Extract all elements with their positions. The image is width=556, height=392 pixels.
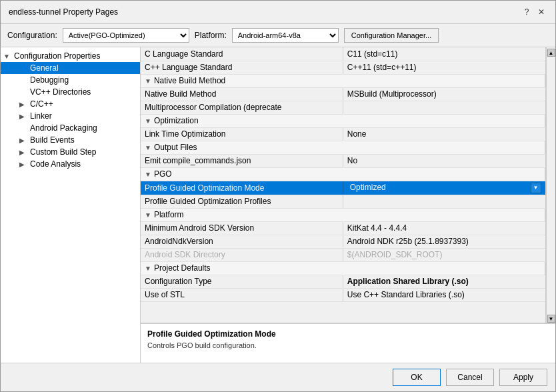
prop-name: Native Build Method <box>141 87 343 101</box>
properties-panel: C Language Standard C11 (std=c11) C++ La… <box>141 47 555 363</box>
table-row: Link Time Optimization None <box>141 127 545 141</box>
tree-panel: ▼ Configuration Properties General Debug… <box>1 47 141 363</box>
table-row: Profile Guided Optimization Profiles <box>141 195 545 208</box>
scroll-up-button[interactable]: ▲ <box>547 49 555 57</box>
collapse-icon: ▼ <box>3 53 13 60</box>
prop-value: C11 (std=c11) <box>343 47 545 61</box>
prop-value-selected: Optimized ▼ <box>343 181 545 195</box>
tree-item-label: C/C++ <box>30 99 53 109</box>
prop-name: Link Time Optimization <box>141 127 343 141</box>
collapse-icon: ▼ <box>145 117 151 125</box>
title-bar-buttons: ? ✕ <box>521 6 547 18</box>
title-bar: endless-tunnel Property Pages ? ✕ <box>1 1 555 24</box>
section-header-output-files: ▼ Output Files <box>141 141 545 154</box>
help-button[interactable]: ? <box>521 6 533 18</box>
prop-name: C++ Language Standard <box>141 61 343 74</box>
tree-item-label: Android Packaging <box>30 123 97 133</box>
collapse-icon: ▼ <box>145 171 151 178</box>
table-row: Use of STL Use C++ Standard Libraries (.… <box>141 288 545 301</box>
property-pages-dialog: endless-tunnel Property Pages ? ✕ Config… <box>0 0 556 392</box>
table-row: C Language Standard C11 (std=c11) <box>141 47 545 61</box>
sidebar-item-build-events[interactable]: ▶ Build Events <box>1 134 140 146</box>
dialog-title: endless-tunnel Property Pages <box>9 7 118 17</box>
expand-icon: ▶ <box>19 149 29 156</box>
tree-item-label: VC++ Directories <box>30 87 91 97</box>
expand-icon: ▶ <box>19 101 29 108</box>
table-row: Emit compile_commands.json No <box>141 154 545 167</box>
props-with-scroll: C Language Standard C11 (std=c11) C++ La… <box>141 47 555 323</box>
config-bar: Configuration: Active(PGO-Optimized) Pla… <box>1 24 555 47</box>
prop-value: C++11 (std=c++11) <box>343 61 545 74</box>
tree-item-label: Debugging <box>30 75 69 85</box>
table-row: Minimum Android SDK Version KitKat 4.4 -… <box>141 221 545 235</box>
prop-value: Use C++ Standard Libraries (.so) <box>343 288 545 301</box>
expand-icon: ▶ <box>19 161 29 168</box>
tree-root-item[interactable]: ▼ Configuration Properties <box>1 50 140 62</box>
sidebar-item-general[interactable]: General <box>1 62 140 74</box>
section-header-native-build: ▼ Native Build Method <box>141 74 545 87</box>
tree-item-label: Linker <box>30 111 52 121</box>
prop-value: None <box>343 127 545 141</box>
prop-value: Android NDK r25b (25.1.8937393) <box>343 235 545 248</box>
expand-icon: ▶ <box>19 113 29 120</box>
ok-button[interactable]: OK <box>393 369 441 386</box>
tree-item-label: General <box>30 63 59 73</box>
prop-name: Minimum Android SDK Version <box>141 221 343 235</box>
scrollbar[interactable]: ▲ ▼ <box>546 47 555 323</box>
collapse-icon: ▼ <box>145 77 151 85</box>
prop-name: Use of STL <box>141 288 343 301</box>
description-text: Controls PGO build configuration. <box>147 341 549 349</box>
scroll-down-button[interactable]: ▼ <box>547 315 555 323</box>
sidebar-item-custom-build-step[interactable]: ▶ Custom Build Step <box>1 146 140 158</box>
platform-select[interactable]: Android-arm64-v8a <box>232 28 339 43</box>
section-header-pgo: ▼ PGO <box>141 167 545 181</box>
section-title: ▼ Optimization <box>141 114 545 127</box>
apply-button[interactable]: Apply <box>499 369 547 386</box>
section-title: ▼ Platform <box>141 208 545 221</box>
sidebar-item-code-analysis[interactable]: ▶ Code Analysis <box>1 158 140 170</box>
table-row: Multiprocessor Compilation (deprecate <box>141 101 545 114</box>
section-title: ▼ PGO <box>141 167 545 181</box>
expand-icon: ▶ <box>19 137 29 144</box>
collapse-icon: ▼ <box>145 211 151 219</box>
prop-name: Multiprocessor Compilation (deprecate <box>141 101 343 114</box>
props-table: C Language Standard C11 (std=c11) C++ La… <box>141 47 546 323</box>
section-title: ▼ Project Defaults <box>141 261 545 275</box>
prop-name-selected: Profile Guided Optimization Mode <box>141 181 343 195</box>
collapse-icon: ▼ <box>145 265 151 272</box>
sidebar-item-vc-directories[interactable]: VC++ Directories <box>1 86 140 98</box>
configuration-select[interactable]: Active(PGO-Optimized) <box>63 28 189 43</box>
tree-item-label: Build Events <box>30 135 75 145</box>
cancel-button[interactable]: Cancel <box>446 369 494 386</box>
main-content: ▼ Configuration Properties General Debug… <box>1 47 555 363</box>
bottom-bar: OK Cancel Apply <box>1 363 555 391</box>
prop-value <box>343 195 545 208</box>
prop-name: Emit compile_commands.json <box>141 154 343 167</box>
collapse-icon: ▼ <box>145 144 151 151</box>
section-header-platform: ▼ Platform <box>141 208 545 221</box>
sidebar-item-android-packaging[interactable]: Android Packaging <box>1 122 140 134</box>
prop-value: MSBuild (Multiprocessor) <box>343 87 545 101</box>
prop-value-bold: Application Shared Library (.so) <box>343 275 545 288</box>
optimized-badge: Optimized <box>347 183 389 192</box>
section-title: ▼ Native Build Method <box>141 74 545 87</box>
properties-table: C Language Standard C11 (std=c11) C++ La… <box>141 47 545 302</box>
prop-name: Profile Guided Optimization Profiles <box>141 195 343 208</box>
prop-name: AndroidNdkVersion <box>141 235 343 248</box>
sidebar-item-linker[interactable]: ▶ Linker <box>1 110 140 122</box>
config-manager-button[interactable]: Configuration Manager... <box>344 28 439 43</box>
table-row-selected[interactable]: Profile Guided Optimization Mode Optimiz… <box>141 181 545 195</box>
section-header-project-defaults: ▼ Project Defaults <box>141 261 545 275</box>
section-header-optimization: ▼ Optimization <box>141 114 545 127</box>
table-row: Android SDK Directory $(ANDROID_SDK_ROOT… <box>141 248 545 261</box>
config-label: Configuration: <box>7 31 57 40</box>
table-row: Native Build Method MSBuild (Multiproces… <box>141 87 545 101</box>
prop-value-grayed: $(ANDROID_SDK_ROOT) <box>343 248 545 261</box>
tree-root-label: Configuration Properties <box>14 51 100 61</box>
prop-name: C Language Standard <box>141 47 343 61</box>
table-row: AndroidNdkVersion Android NDK r25b (25.1… <box>141 235 545 248</box>
dropdown-arrow-icon[interactable]: ▼ <box>531 183 541 193</box>
sidebar-item-debugging[interactable]: Debugging <box>1 74 140 86</box>
close-button[interactable]: ✕ <box>535 6 547 18</box>
sidebar-item-cpp[interactable]: ▶ C/C++ <box>1 98 140 110</box>
